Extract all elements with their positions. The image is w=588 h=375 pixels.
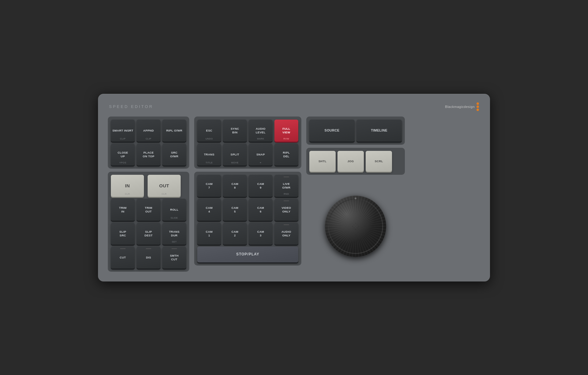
cam4-key[interactable]: CAM4	[197, 199, 221, 221]
audio-level-key[interactable]: AUDIOLEVEL MARK	[249, 120, 273, 142]
row-topleft-2: CLOSEUP YPOS PLACEON TOP SRCO/WR	[111, 143, 186, 166]
main-layout: SMART INSRT CLIP APPND CLIP RIPL O/WR CL…	[108, 117, 480, 272]
row-trim: TRIMIN TRIMOUT ROLL SLIDE	[111, 199, 186, 221]
slip-dest-key[interactable]: SLIPDEST	[137, 223, 160, 245]
roll-key[interactable]: ROLL SLIDE	[162, 199, 186, 221]
jog-wheel-container	[306, 181, 405, 272]
row-cam-789: CAM7 CAM8 CAM9 LIVEO/WR RND	[197, 175, 298, 197]
left-cluster: SMART INSRT CLIP APPND CLIP RIPL O/WR CL…	[108, 117, 189, 272]
appnd-key[interactable]: APPND CLIP	[137, 120, 160, 142]
middle-cluster: ESC UNDO SYNCBIN AUDIOLEVEL MARK FULLVIE…	[194, 117, 301, 272]
row-in-out: IN CLR OUT CLR	[111, 175, 186, 197]
cam7-key[interactable]: CAM7	[197, 175, 221, 197]
in-key[interactable]: IN CLR	[111, 175, 144, 197]
key-group-botmid: CAM7 CAM8 CAM9 LIVEO/WR RND CAM4	[194, 172, 301, 266]
row-source-timeline: SOURCE TIMELINE	[309, 120, 402, 142]
key-group-bottomleft: IN CLR OUT CLR TRIMIN TRIMOUT	[108, 172, 189, 272]
key-group-jog: SHTL JOG SCRL	[306, 148, 405, 175]
row-slip: SLIPSRC SLIPDEST TRANSDUR SET	[111, 223, 186, 245]
video-only-key[interactable]: VIDEOONLY	[274, 199, 298, 221]
ripl-del-key[interactable]: RIPLDEL	[274, 143, 298, 166]
speed-editor-device: SPEED EDITOR Blackmagicdesign SMART INSR…	[98, 94, 490, 281]
jog-key[interactable]: JOG	[337, 151, 364, 172]
row-topmid-2: TRANS TITLE SPLIT MOVE SNAP ≡ RIPLDEL	[197, 143, 298, 166]
source-key[interactable]: SOURCE	[309, 120, 355, 142]
cam9-key[interactable]: CAM9	[249, 175, 273, 197]
cam5-key[interactable]: CAM5	[223, 199, 247, 221]
jog-wheel[interactable]	[325, 196, 386, 257]
snap-key[interactable]: SNAP ≡	[249, 143, 273, 166]
cam2-key[interactable]: CAM2	[223, 223, 247, 245]
row-topleft-1: SMART INSRT CLIP APPND CLIP RIPL O/WR	[111, 120, 186, 142]
place-on-top-key[interactable]: PLACEON TOP	[137, 143, 160, 166]
row-shtl-jog-scrl: SHTL JOG SCRL	[309, 151, 402, 172]
shtl-key[interactable]: SHTL	[309, 151, 336, 172]
cam3-key[interactable]: CAM3	[249, 223, 273, 245]
brand-dots	[477, 102, 479, 111]
trans-dur-key[interactable]: TRANSDUR SET	[162, 223, 186, 245]
timeline-key[interactable]: TIMELINE	[356, 120, 402, 142]
key-group-topright: SOURCE TIMELINE	[306, 117, 405, 145]
slip-src-key[interactable]: SLIPSRC	[111, 223, 135, 245]
full-view-key[interactable]: FULLVIEW RVW	[274, 120, 298, 142]
brand-dot-2	[477, 105, 479, 108]
src-owr-key[interactable]: SRCO/WR	[162, 143, 186, 166]
right-cluster: SOURCE TIMELINE SHTL JOG	[306, 117, 405, 272]
row-cut: CUT DIS SMTHCUT	[111, 247, 186, 269]
dis-key[interactable]: DIS	[137, 247, 160, 269]
esc-key[interactable]: ESC UNDO	[197, 120, 221, 142]
ripl-owr-key[interactable]: RIPL O/WR	[162, 120, 186, 142]
cam8-key[interactable]: CAM8	[223, 175, 247, 197]
row-cam-123: CAM1 CAM2 CAM3 AUDIOONLY	[197, 223, 298, 245]
row-topmid-1: ESC UNDO SYNCBIN AUDIOLEVEL MARK FULLVIE…	[197, 120, 298, 142]
scrl-key[interactable]: SCRL	[366, 151, 392, 172]
out-key[interactable]: OUT CLR	[148, 175, 181, 197]
jog-wheel-indicator	[355, 197, 356, 199]
device-header: SPEED EDITOR Blackmagicdesign	[108, 102, 480, 111]
stop-play-key[interactable]: STOP/PLAY	[197, 247, 298, 262]
close-up-key[interactable]: CLOSEUP YPOS	[111, 143, 135, 166]
sync-bin-key[interactable]: SYNCBIN	[223, 120, 247, 142]
cam6-key[interactable]: CAM6	[249, 199, 273, 221]
brand-dot-1	[477, 102, 479, 105]
cut-key[interactable]: CUT	[111, 247, 135, 269]
audio-only-key[interactable]: AUDIOONLY	[274, 223, 298, 245]
smth-cut-key[interactable]: SMTHCUT	[162, 247, 186, 269]
key-group-topmid: ESC UNDO SYNCBIN AUDIOLEVEL MARK FULLVIE…	[194, 117, 301, 169]
split-key[interactable]: SPLIT MOVE	[223, 143, 247, 166]
trans-key[interactable]: TRANS TITLE	[197, 143, 221, 166]
row-cam-456: CAM4 CAM5 CAM6 VIDEOONLY	[197, 199, 298, 221]
brand-logo: Blackmagicdesign	[445, 102, 479, 111]
brand-dot-3	[477, 109, 479, 111]
trim-out-key[interactable]: TRIMOUT	[137, 199, 160, 221]
key-group-topleft: SMART INSRT CLIP APPND CLIP RIPL O/WR CL…	[108, 117, 189, 169]
live-owr-key[interactable]: LIVEO/WR RND	[274, 175, 298, 197]
trim-in-key[interactable]: TRIMIN	[111, 199, 135, 221]
smart-insrt-key[interactable]: SMART INSRT CLIP	[111, 120, 135, 142]
device-title: SPEED EDITOR	[109, 104, 153, 109]
brand-name: Blackmagicdesign	[445, 105, 475, 109]
cam1-key[interactable]: CAM1	[197, 223, 221, 245]
